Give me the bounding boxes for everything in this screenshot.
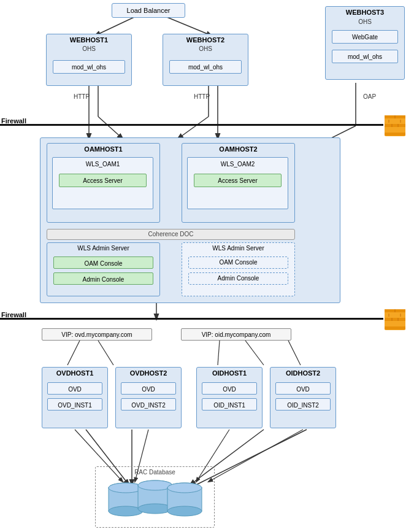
svg-line-0: [95, 15, 138, 36]
http-label-1: HTTP: [74, 93, 90, 100]
svg-rect-21: [385, 128, 405, 131]
oamhost1-wls-label: WLS_OAM1: [55, 159, 150, 169]
svg-line-40: [98, 341, 113, 365]
svg-line-59: [209, 430, 303, 482]
svg-rect-32: [385, 322, 405, 325]
svg-line-39: [67, 341, 80, 365]
firewall2-line: [0, 318, 383, 320]
oam-container: OAMHOST1 WLS_OAM1 Access Server OAMHOST2…: [40, 137, 340, 303]
oidhost2-box: OIDHOST2 OVD OID_INST2: [270, 367, 336, 428]
architecture-diagram: Load Balancer WEBHOST1 OHS mod_wl_ohs WE…: [0, 0, 414, 532]
wls-admin1-label: WLS Admin Server: [47, 243, 159, 253]
oidhost1-box: OIDHOST1 OVD OID_INST1: [196, 367, 263, 428]
oamhost2-access: Access Server: [194, 174, 282, 187]
svg-line-7: [98, 117, 123, 139]
ovdhost2-service: OVD: [121, 382, 176, 395]
webhost1-mod: mod_wl_ohs: [53, 60, 125, 74]
ovdhost1-inst: OVD_INST1: [47, 398, 102, 411]
webhost3-mod: mod_wl_ohs: [332, 50, 398, 63]
svg-rect-33: [385, 326, 405, 330]
svg-line-41: [218, 341, 220, 365]
http-label-2: HTTP: [194, 93, 210, 100]
svg-point-54: [167, 506, 202, 516]
vip1-label: VIP: ovd.mycompany.com: [61, 331, 132, 338]
firewall2-icon: [383, 308, 407, 331]
svg-line-42: [245, 341, 264, 365]
oidhost2-title: OIDHOST2: [270, 368, 335, 377]
svg-rect-20: [385, 124, 405, 127]
svg-line-43: [288, 341, 301, 365]
ovdhost1-title: OVDHOST1: [42, 368, 107, 377]
wls-admin1-box: WLS Admin Server OAM Console Admin Conso…: [47, 242, 160, 296]
oamhost1-access: Access Server: [59, 174, 147, 187]
webhost1-box: WEBHOST1 OHS mod_wl_ohs: [46, 34, 132, 86]
oamhost2-box: OAMHOST2 WLS_OAM2 Access Server: [182, 143, 295, 223]
firewall2-label: Firewall: [1, 311, 26, 318]
wls-admin2-label: WLS Admin Server: [182, 243, 294, 253]
svg-line-1: [163, 15, 212, 36]
oidhost1-service: OVD: [202, 382, 257, 395]
oam-console1: OAM Console: [53, 256, 153, 269]
svg-rect-30: [385, 314, 405, 317]
rac-label: RAC Database: [96, 467, 214, 476]
oidhost1-inst: OID_INST1: [202, 398, 257, 411]
ovdhost2-inst: OVD_INST2: [121, 398, 176, 411]
svg-line-8: [178, 117, 209, 139]
webhost2-ohs: OHS: [163, 45, 248, 52]
webhost3-box: WEBHOST3 OHS WebGate mod_wl_ohs: [325, 6, 405, 80]
vip2-label: VIP: oid.mycompany.com: [202, 331, 271, 338]
oidhost2-inst: OID_INST2: [275, 398, 331, 411]
ovdhost1-box: OVDHOST1 OVD OVD_INST1: [42, 367, 108, 428]
svg-rect-31: [385, 318, 405, 321]
admin-console1: Admin Console: [53, 272, 153, 285]
database-cylinders: [98, 477, 212, 523]
oap-label: OAP: [363, 93, 376, 100]
firewall1-icon: [383, 114, 407, 137]
oidhost2-service: OVD: [275, 382, 331, 395]
svg-rect-19: [385, 120, 405, 123]
oamhost1-wls-box: WLS_OAM1 Access Server: [52, 157, 153, 209]
svg-rect-22: [385, 133, 405, 136]
webhost2-mod: mod_wl_ohs: [169, 60, 242, 74]
ovdhost2-box: OVDHOST2 OVD OVD_INST2: [115, 367, 182, 428]
webhost2-title: WEBHOST2: [163, 34, 248, 44]
webhost1-title: WEBHOST1: [47, 34, 131, 44]
oam-console2: OAM Console: [188, 256, 288, 269]
webhost2-box: WEBHOST2 OHS mod_wl_ohs: [163, 34, 248, 86]
rac-box: RAC Database: [95, 466, 215, 528]
load-balancer-label: Load Balancer: [127, 7, 171, 14]
coherence-label: Coherence DOC: [148, 231, 194, 237]
oidhost1-title: OIDHOST1: [197, 368, 262, 377]
ovdhost2-title: OVDHOST2: [116, 368, 181, 377]
webhost3-title: WEBHOST3: [326, 7, 404, 17]
oamhost1-title: OAMHOST1: [47, 144, 159, 153]
oamhost2-title: OAMHOST2: [182, 144, 294, 153]
admin-console2: Admin Console: [188, 272, 288, 285]
vip2-box: VIP: oid.mycompany.com: [181, 328, 291, 341]
ovdhost1-service: OVD: [47, 382, 102, 395]
webhost1-ohs: OHS: [47, 45, 131, 52]
coherence-box: Coherence DOC: [47, 229, 295, 240]
load-balancer-box: Load Balancer: [112, 3, 185, 18]
oamhost2-wls-box: WLS_OAM2 Access Server: [187, 157, 288, 209]
firewall1-line: [0, 124, 383, 126]
vip1-box: VIP: ovd.mycompany.com: [42, 328, 152, 341]
webhost3-webgate: WebGate: [332, 30, 398, 44]
firewall1-label: Firewall: [1, 117, 26, 125]
webhost3-ohs: OHS: [326, 18, 404, 25]
oamhost2-wls-label: WLS_OAM2: [190, 159, 285, 169]
svg-point-55: [167, 483, 202, 493]
wls-admin2-box: WLS Admin Server OAM Console Admin Conso…: [182, 242, 295, 296]
oamhost1-box: OAMHOST1 WLS_OAM1 Access Server: [47, 143, 160, 223]
